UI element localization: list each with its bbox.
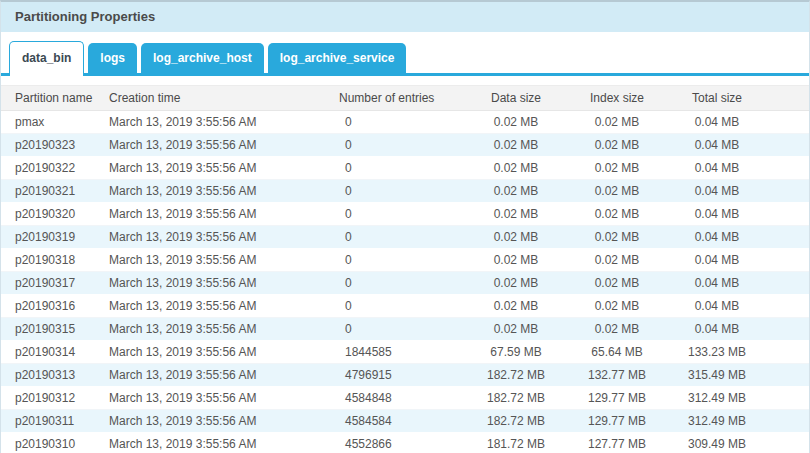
cell-number-of-entries: 4796915: [339, 364, 465, 387]
cell-index-size: 129.77 MB: [567, 410, 667, 433]
cell-total-size: 0.04 MB: [667, 134, 767, 157]
cell-filler: [767, 433, 810, 453]
cell-index-size: 129.77 MB: [567, 387, 667, 410]
cell-number-of-entries: 0: [339, 157, 465, 180]
column-header-partition-name: Partition name: [1, 86, 109, 111]
cell-partition-name: p20190317: [1, 272, 109, 295]
cell-filler: [767, 249, 810, 272]
cell-index-size: 0.02 MB: [567, 134, 667, 157]
cell-filler: [767, 341, 810, 364]
cell-number-of-entries: 0: [339, 134, 465, 157]
cell-total-size: 309.49 MB: [667, 433, 767, 453]
cell-number-of-entries: 4584848: [339, 387, 465, 410]
table-row: p20190323March 13, 2019 3:55:56 AM00.02 …: [1, 134, 810, 157]
cell-index-size: 0.02 MB: [567, 272, 667, 295]
cell-filler: [767, 134, 810, 157]
cell-creation-time: March 13, 2019 3:55:56 AM: [109, 111, 339, 134]
table-row: p20190315March 13, 2019 3:55:56 AM00.02 …: [1, 318, 810, 341]
tab-log-archive-host[interactable]: log_archive_host: [141, 43, 264, 73]
partition-table-body: pmaxMarch 13, 2019 3:55:56 AM00.02 MB0.0…: [1, 111, 810, 453]
cell-partition-name: pmax: [1, 111, 109, 134]
cell-filler: [767, 157, 810, 180]
table-row: p20190316March 13, 2019 3:55:56 AM00.02 …: [1, 295, 810, 318]
cell-partition-name: p20190311: [1, 410, 109, 433]
table-row: p20190312March 13, 2019 3:55:56 AM458484…: [1, 387, 810, 410]
cell-number-of-entries: 0: [339, 111, 465, 134]
cell-partition-name: p20190323: [1, 134, 109, 157]
cell-index-size: 0.02 MB: [567, 249, 667, 272]
cell-partition-name: p20190322: [1, 157, 109, 180]
partition-table: Partition nameCreation timeNumber of ent…: [1, 85, 810, 453]
cell-total-size: 0.04 MB: [667, 318, 767, 341]
table-row: p20190320March 13, 2019 3:55:56 AM00.02 …: [1, 203, 810, 226]
cell-partition-name: p20190312: [1, 387, 109, 410]
column-header-total-size: Total size: [667, 86, 767, 111]
cell-data-size: 0.02 MB: [465, 203, 567, 226]
cell-number-of-entries: 0: [339, 226, 465, 249]
cell-partition-name: p20190321: [1, 180, 109, 203]
cell-number-of-entries: 1844585: [339, 341, 465, 364]
table-row: p20190313March 13, 2019 3:55:56 AM479691…: [1, 364, 810, 387]
cell-creation-time: March 13, 2019 3:55:56 AM: [109, 318, 339, 341]
cell-filler: [767, 226, 810, 249]
cell-creation-time: March 13, 2019 3:55:56 AM: [109, 433, 339, 453]
cell-total-size: 0.04 MB: [667, 272, 767, 295]
cell-number-of-entries: 0: [339, 318, 465, 341]
cell-index-size: 127.77 MB: [567, 433, 667, 453]
cell-creation-time: March 13, 2019 3:55:56 AM: [109, 272, 339, 295]
panel-title: Partitioning Properties: [1, 2, 809, 32]
table-row: p20190319March 13, 2019 3:55:56 AM00.02 …: [1, 226, 810, 249]
cell-index-size: 0.02 MB: [567, 295, 667, 318]
column-header-data-size: Data size: [465, 86, 567, 111]
cell-creation-time: March 13, 2019 3:55:56 AM: [109, 226, 339, 249]
tab-logs[interactable]: logs: [88, 43, 137, 73]
cell-total-size: 133.23 MB: [667, 341, 767, 364]
cell-partition-name: p20190319: [1, 226, 109, 249]
cell-data-size: 182.72 MB: [465, 387, 567, 410]
cell-index-size: 0.02 MB: [567, 203, 667, 226]
cell-data-size: 0.02 MB: [465, 318, 567, 341]
cell-total-size: 0.04 MB: [667, 249, 767, 272]
table-row: p20190318March 13, 2019 3:55:56 AM00.02 …: [1, 249, 810, 272]
tab-bar: data_bin logs log_archive_host log_archi…: [1, 40, 809, 76]
cell-number-of-entries: 0: [339, 249, 465, 272]
cell-index-size: 0.02 MB: [567, 318, 667, 341]
cell-filler: [767, 111, 810, 134]
table-row: p20190322March 13, 2019 3:55:56 AM00.02 …: [1, 157, 810, 180]
cell-partition-name: p20190313: [1, 364, 109, 387]
cell-number-of-entries: 4584584: [339, 410, 465, 433]
cell-creation-time: March 13, 2019 3:55:56 AM: [109, 295, 339, 318]
cell-index-size: 0.02 MB: [567, 157, 667, 180]
column-header-number-of-entries: Number of entries: [339, 86, 465, 111]
cell-total-size: 0.04 MB: [667, 226, 767, 249]
cell-filler: [767, 272, 810, 295]
cell-filler: [767, 410, 810, 433]
tab-data-bin[interactable]: data_bin: [9, 41, 84, 76]
cell-data-size: 0.02 MB: [465, 157, 567, 180]
cell-creation-time: March 13, 2019 3:55:56 AM: [109, 341, 339, 364]
cell-data-size: 0.02 MB: [465, 134, 567, 157]
cell-creation-time: March 13, 2019 3:55:56 AM: [109, 134, 339, 157]
cell-index-size: 132.77 MB: [567, 364, 667, 387]
tab-log-archive-service[interactable]: log_archive_service: [268, 43, 407, 73]
cell-index-size: 0.02 MB: [567, 180, 667, 203]
partitioning-properties-panel: Partitioning Properties data_bin logs lo…: [0, 0, 810, 453]
cell-index-size: 0.02 MB: [567, 111, 667, 134]
table-row: p20190310March 13, 2019 3:55:56 AM455286…: [1, 433, 810, 453]
cell-data-size: 0.02 MB: [465, 226, 567, 249]
cell-partition-name: p20190310: [1, 433, 109, 453]
cell-data-size: 182.72 MB: [465, 364, 567, 387]
cell-total-size: 0.04 MB: [667, 180, 767, 203]
table-row: pmaxMarch 13, 2019 3:55:56 AM00.02 MB0.0…: [1, 111, 810, 134]
cell-partition-name: p20190316: [1, 295, 109, 318]
cell-data-size: 0.02 MB: [465, 180, 567, 203]
cell-creation-time: March 13, 2019 3:55:56 AM: [109, 249, 339, 272]
cell-creation-time: March 13, 2019 3:55:56 AM: [109, 203, 339, 226]
cell-number-of-entries: 0: [339, 295, 465, 318]
cell-total-size: 312.49 MB: [667, 387, 767, 410]
cell-filler: [767, 203, 810, 226]
cell-data-size: 0.02 MB: [465, 272, 567, 295]
table-row: p20190311March 13, 2019 3:55:56 AM458458…: [1, 410, 810, 433]
table-header-row: Partition nameCreation timeNumber of ent…: [1, 86, 810, 111]
cell-creation-time: March 13, 2019 3:55:56 AM: [109, 410, 339, 433]
